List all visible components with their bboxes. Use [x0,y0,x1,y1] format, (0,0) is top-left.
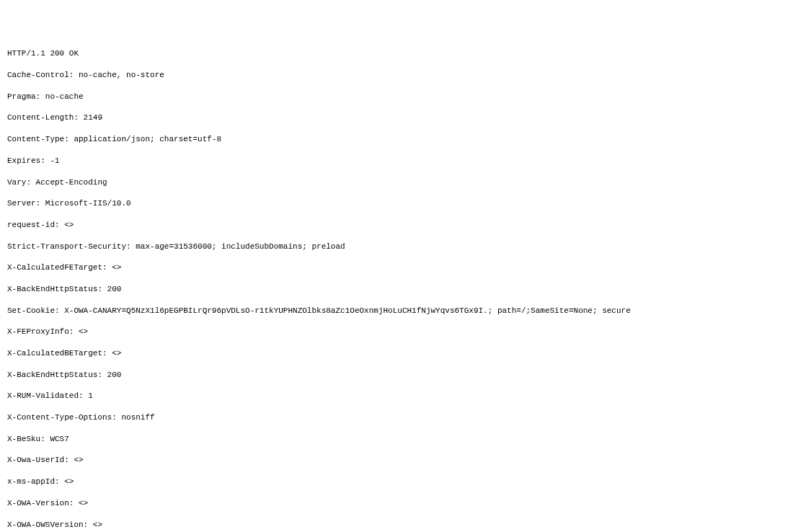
header-set-cookie: Set-Cookie: X-OWA-CANARY=Q5NzX1l6pEGPBIL… [7,306,786,316]
header-cache-control: Cache-Control: no-cache, no-store [7,70,786,81]
header-pragma: Pragma: no-cache [7,92,786,102]
header-x-owa-owsversion: X-OWA-OWSVersion: <> [7,520,786,531]
header-content-type: Content-Type: application/json; charset=… [7,134,786,145]
header-expires: Expires: -1 [7,156,786,167]
header-x-besku: X-BeSku: WCS7 [7,434,786,445]
header-x-owa-version: X-OWA-Version: <> [7,498,786,509]
header-x-rum-validated: X-RUM-Validated: 1 [7,391,786,402]
header-server: Server: Microsoft-IIS/10.0 [7,198,786,209]
header-x-ms-appid: x-ms-appId: <> [7,476,786,487]
http-status-line: HTTP/1.1 200 OK [7,48,786,59]
header-x-owa-userid: X-Owa-UserId: <> [7,455,786,466]
header-content-length: Content-Length: 2149 [7,112,786,123]
header-x-content-type-options: X-Content-Type-Options: nosniff [7,412,786,423]
header-x-feproxyinfo: X-FEProxyInfo: <> [7,327,786,337]
header-strict-transport-security: Strict-Transport-Security: max-age=31536… [7,241,786,252]
header-x-backendhttpstatus-2: X-BackEndHttpStatus: 200 [7,370,786,381]
header-x-calculatedbetarget: X-CalculatedBETarget: <> [7,348,786,359]
header-x-backendhttpstatus-1: X-BackEndHttpStatus: 200 [7,284,786,295]
header-x-calculatedfetarget: X-CalculatedFETarget: <> [7,262,786,273]
header-request-id: request-id: <> [7,220,786,231]
header-vary: Vary: Accept-Encoding [7,177,786,188]
